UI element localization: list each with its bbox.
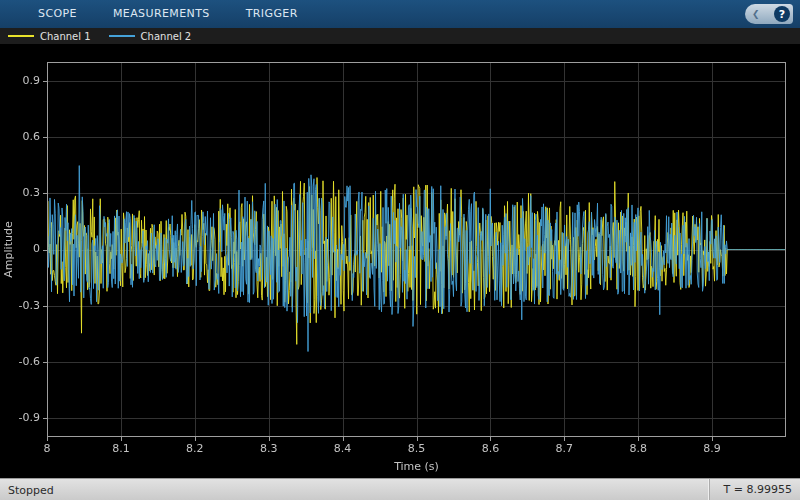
scope-window: SCOPE MEASUREMENTS TRIGGER ❮ ? Channel 1…	[0, 0, 800, 500]
toolbar: SCOPE MEASUREMENTS TRIGGER ❮ ?	[0, 0, 800, 28]
channel2-line-swatch	[109, 35, 135, 37]
legend-label-channel2: Channel 2	[141, 31, 192, 42]
legend-item-channel2[interactable]: Channel 2	[109, 31, 192, 42]
channel1-line-swatch	[8, 35, 34, 37]
help-button[interactable]: ❮ ?	[745, 4, 793, 24]
tab-scope[interactable]: SCOPE	[20, 0, 95, 28]
legend-bar: Channel 1 Channel 2	[0, 28, 800, 45]
legend-item-channel1[interactable]: Channel 1	[8, 31, 91, 42]
waveform-canvas[interactable]	[0, 45, 800, 478]
help-icon: ?	[774, 6, 790, 22]
chevron-left-icon: ❮	[752, 4, 760, 24]
legend-label-channel1: Channel 1	[40, 31, 91, 42]
status-text: Stopped	[0, 484, 709, 497]
tab-trigger[interactable]: TRIGGER	[228, 0, 316, 28]
time-readout: T = 8.99955	[709, 479, 800, 500]
tab-measurements[interactable]: MEASUREMENTS	[95, 0, 228, 28]
status-bar: Stopped T = 8.99955	[0, 478, 800, 500]
plot-area	[0, 45, 800, 478]
